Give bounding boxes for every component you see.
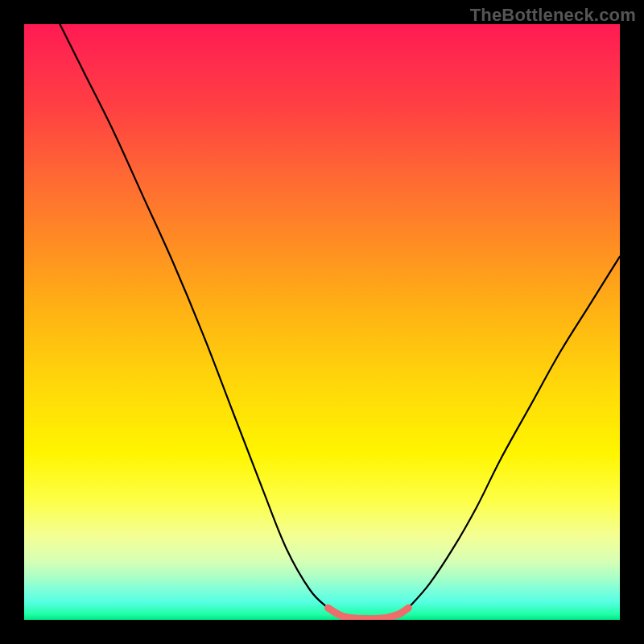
bottom-segment [328,608,408,618]
chart-frame: TheBottleneck.com [0,0,644,644]
right-curve [408,257,620,609]
curve-layer [24,24,620,620]
watermark-text: TheBottleneck.com [470,5,636,26]
plot-area [24,24,620,620]
left-curve [60,24,328,608]
